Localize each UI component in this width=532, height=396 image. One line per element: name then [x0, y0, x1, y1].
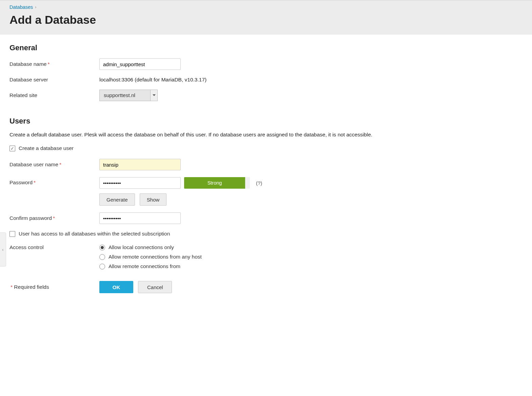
breadcrumb: Databases ›	[9, 4, 523, 10]
radio-icon[interactable]	[99, 245, 105, 250]
create-user-checkbox-row[interactable]: Create a database user	[9, 145, 523, 151]
sidebar-expand-handle[interactable]: ‹	[0, 232, 6, 266]
required-fields-note: * Required fields	[9, 284, 99, 290]
radio-icon[interactable]	[99, 264, 105, 269]
show-button[interactable]: Show	[140, 193, 167, 206]
all-db-access-checkbox[interactable]	[9, 231, 15, 237]
label-related-site: Related site	[9, 92, 99, 98]
all-db-access-checkbox-row[interactable]: User has access to all databases within …	[9, 231, 523, 237]
create-user-checkbox-label: Create a database user	[19, 145, 74, 151]
label-confirm-password: Confirm password*	[9, 215, 99, 221]
all-db-access-checkbox-label: User has access to all databases within …	[19, 231, 170, 237]
access-option-local[interactable]: Allow local connections only	[99, 244, 523, 250]
access-option-from[interactable]: Allow remote connections from	[99, 263, 523, 269]
radio-label: Allow remote connections from	[109, 263, 180, 269]
page-title: Add a Database	[9, 13, 523, 26]
access-control-radio-group: Allow local connections only Allow remot…	[99, 244, 523, 269]
label-database-name: Database name*	[9, 61, 99, 67]
section-heading-users: Users	[9, 117, 523, 126]
radio-label: Allow local connections only	[109, 244, 174, 250]
label-database-server: Database server	[9, 77, 99, 83]
access-option-any-host[interactable]: Allow remote connections from any host	[99, 254, 523, 260]
label-password: Password*	[9, 177, 99, 186]
password-input[interactable]	[99, 177, 181, 189]
section-heading-general: General	[9, 43, 523, 52]
password-strength-meter: Strong	[184, 177, 250, 189]
related-site-selected: supporttest.nl	[99, 90, 150, 101]
radio-icon[interactable]	[99, 254, 105, 260]
chevron-right-icon: ›	[35, 5, 36, 10]
related-site-select[interactable]: supporttest.nl	[99, 90, 158, 101]
chevron-down-icon[interactable]	[150, 90, 158, 101]
ok-button[interactable]: OK	[99, 281, 133, 293]
users-description: Create a default database user. Plesk wi…	[9, 132, 523, 138]
create-user-checkbox[interactable]	[9, 146, 15, 151]
confirm-password-input[interactable]	[99, 212, 181, 224]
db-user-name-input[interactable]	[99, 159, 181, 170]
database-name-input[interactable]	[99, 58, 181, 70]
radio-label: Allow remote connections from any host	[109, 254, 202, 260]
generate-button[interactable]: Generate	[99, 193, 135, 206]
password-strength-label: Strong	[184, 177, 245, 189]
database-server-value: localhost:3306 (default for MariaDB, v10…	[99, 77, 206, 82]
label-access-control: Access control	[9, 244, 99, 250]
help-icon[interactable]: (?)	[256, 180, 262, 186]
breadcrumb-link-databases[interactable]: Databases	[9, 4, 33, 10]
label-db-user-name: Database user name*	[9, 162, 99, 168]
page-header: Databases › Add a Database	[0, 0, 532, 35]
cancel-button[interactable]: Cancel	[138, 281, 172, 293]
